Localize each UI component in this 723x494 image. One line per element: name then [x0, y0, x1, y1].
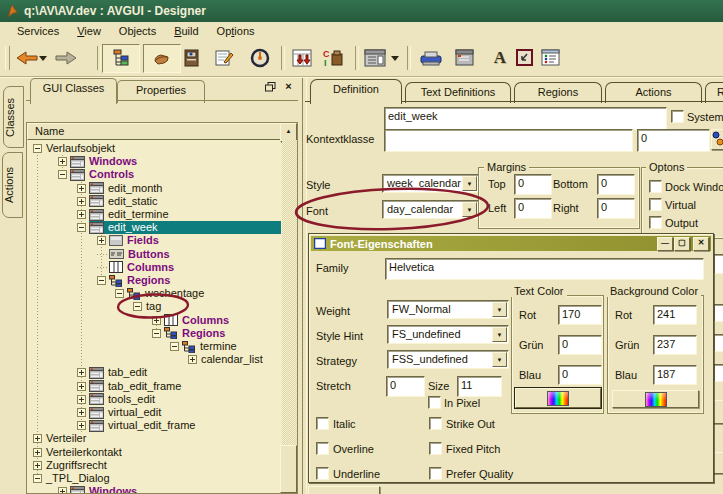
tree-item-tools_edit[interactable]: tools_edit	[77, 393, 281, 406]
menu-services[interactable]: Services	[8, 24, 68, 38]
tree-expander-collapsed[interactable]	[77, 421, 86, 430]
class-info-button[interactable]: C I	[320, 44, 348, 72]
tree-expander-expanded[interactable]	[170, 342, 179, 351]
text-rot-input[interactable]: 170	[558, 305, 602, 325]
tree-item-verteilerkontakt[interactable]: Verteilerkontakt	[33, 446, 281, 459]
strike-out-checkbox[interactable]	[429, 417, 442, 430]
fixed-pitch-checkbox[interactable]	[429, 442, 442, 455]
tree-expander-expanded[interactable]	[97, 276, 106, 285]
margin-right-input[interactable]: 0	[597, 198, 635, 219]
tree-expander-expanded[interactable]	[33, 474, 42, 483]
tree-item-fields[interactable]: Fields	[97, 234, 281, 247]
style-hint-combobox[interactable]: FS_undefined▼	[387, 325, 509, 344]
tree-expander-collapsed[interactable]	[58, 157, 67, 166]
tree-item-calendar_list[interactable]: calendar_list	[188, 353, 281, 366]
title-bar[interactable]: q:\AV\AV.dev : AVGUI - Designer	[0, 0, 723, 22]
dialog-title-bar[interactable]: Font-Eigenschaften — ▢ ✕	[311, 236, 711, 251]
kontextklasse-number-input[interactable]: 0	[637, 129, 710, 152]
bg-rot-input[interactable]: 241	[653, 305, 697, 325]
combo-dropdown-button[interactable]: ▼	[492, 302, 507, 317]
in-pixel-checkbox[interactable]	[428, 396, 441, 409]
form-view-button[interactable]	[361, 44, 389, 72]
virtual-checkbox[interactable]	[649, 198, 662, 211]
style-combobox[interactable]: week_calendar ▼	[382, 174, 479, 193]
back-history-dropdown[interactable]	[37, 44, 49, 72]
scrollbar-thumb[interactable]	[280, 445, 297, 493]
tree-expander-collapsed[interactable]	[97, 236, 106, 245]
italic-checkbox[interactable]	[316, 417, 329, 430]
font-combobox[interactable]: day_calendar ▼	[382, 200, 479, 219]
background-color-picker-button[interactable]	[612, 390, 699, 408]
tree-item-tab_edit[interactable]: tab_edit	[77, 366, 281, 379]
text-gruen-input[interactable]: 0	[558, 335, 602, 355]
tree-item-columns[interactable]: Columns	[97, 261, 281, 274]
prefer-quality-checkbox[interactable]	[429, 467, 442, 480]
margin-left-input[interactable]: 0	[514, 198, 552, 219]
weight-combobox[interactable]: FW_Normal▼	[387, 300, 509, 319]
text-color-picker-button[interactable]	[515, 388, 601, 408]
tree-expander-collapsed[interactable]	[77, 395, 86, 404]
text-blau-input[interactable]: 0	[558, 365, 602, 385]
tree-expander-expanded[interactable]	[152, 329, 161, 338]
bg-gruen-input[interactable]: 237	[653, 335, 697, 355]
menu-options[interactable]: Options	[208, 24, 264, 38]
menu-view[interactable]: View	[68, 24, 110, 38]
float-panel-icon[interactable]	[264, 82, 277, 94]
tree-expander-expanded[interactable]	[77, 223, 86, 232]
book-button[interactable]	[178, 44, 206, 72]
tree-expander-collapsed[interactable]	[77, 408, 86, 417]
close-button[interactable]: ✕	[693, 237, 709, 251]
tree-expander-collapsed[interactable]	[152, 316, 161, 325]
tree-item-edit_static[interactable]: edit_static	[77, 195, 281, 208]
tree-item-windows[interactable]: Windows	[58, 485, 281, 494]
tree-item-regions[interactable]: Regions	[97, 274, 281, 287]
margin-top-input[interactable]: 0	[514, 174, 552, 195]
tree-item-tab_edit_frame[interactable]: tab_edit_frame	[77, 380, 281, 393]
tree-expander-collapsed[interactable]	[77, 382, 86, 391]
image-button[interactable]	[511, 44, 539, 72]
tree-expander-collapsed[interactable]	[77, 210, 86, 219]
menu-objects[interactable]: Objects	[110, 24, 165, 38]
output-checkbox[interactable]	[649, 216, 662, 229]
side-tab-actions[interactable]: Actions	[2, 152, 23, 218]
tree-expander-collapsed[interactable]	[33, 461, 42, 470]
bg-blau-input[interactable]: 187	[653, 365, 697, 385]
tree-item-columns[interactable]: Columns	[152, 314, 281, 327]
tree-expander-expanded[interactable]	[58, 170, 67, 179]
stretch-input[interactable]: 0	[386, 376, 425, 397]
tree-item-wochentage[interactable]: wochentage	[115, 287, 281, 300]
tree-item-edit_week[interactable]: edit_week	[77, 221, 281, 234]
combo-dropdown-button[interactable]: ▼	[492, 352, 507, 367]
underline-checkbox[interactable]	[316, 467, 329, 480]
tree-expander-expanded[interactable]	[33, 144, 42, 153]
overline-checkbox[interactable]	[316, 442, 329, 455]
tree-item-virtual_edit_frame[interactable]: virtual_edit_frame	[77, 419, 281, 432]
strategy-combobox[interactable]: FSS_undefined▼	[387, 350, 509, 369]
designer-mode-button[interactable]	[143, 44, 181, 73]
name-input[interactable]: edit_week	[384, 107, 667, 130]
font-button[interactable]: A	[486, 44, 514, 72]
size-input[interactable]: 11	[457, 376, 502, 397]
tree-item-virtual_edit[interactable]: virtual_edit	[77, 406, 281, 419]
tree-item-zugriffsrecht[interactable]: Zugriffsrecht	[33, 459, 281, 472]
class-tree-view-button[interactable]	[102, 44, 140, 73]
side-tab-classes[interactable]: Classes	[3, 86, 24, 148]
tree-expander-collapsed[interactable]	[188, 355, 197, 364]
edit-page-button[interactable]	[211, 44, 239, 72]
form-button[interactable]	[451, 44, 479, 72]
tree-item-verlaufsobjekt[interactable]: Verlaufsobjekt	[33, 142, 281, 155]
tree-item-edit_month[interactable]: edit_month	[77, 182, 281, 195]
combo-dropdown-button[interactable]: ▼	[492, 327, 507, 342]
tree-item-regions[interactable]: Regions	[152, 327, 281, 340]
calendar-import-button[interactable]	[288, 44, 316, 72]
tree-item-buttons[interactable]: Buttons	[97, 248, 281, 261]
forward-arrow-button[interactable]	[52, 44, 80, 72]
print-button[interactable]	[417, 44, 445, 72]
tab-definition[interactable]: Definition	[310, 79, 402, 104]
tree-item-tag[interactable]: tag	[133, 300, 281, 313]
tree-item-verteiler[interactable]: Verteiler	[33, 432, 281, 445]
combo-dropdown-button[interactable]: ▼	[462, 202, 477, 217]
tree-item-termine[interactable]: termine	[170, 340, 281, 353]
name-column-header[interactable]: Name	[27, 123, 282, 140]
tree-expander-collapsed[interactable]	[58, 487, 67, 494]
